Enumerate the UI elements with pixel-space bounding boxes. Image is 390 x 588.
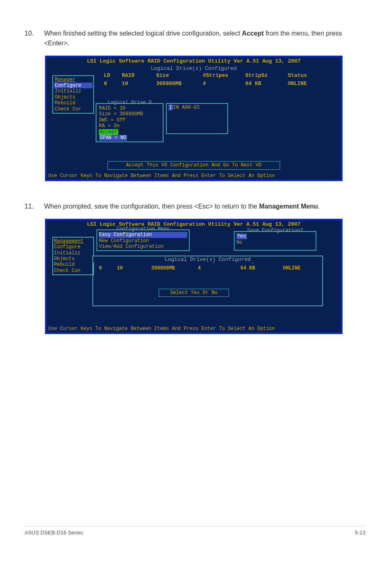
step-10: 10. When finished setting the selected l… xyxy=(25,29,365,48)
col-status-head: Status xyxy=(288,72,325,79)
menu2-rebuild[interactable]: Rebuild xyxy=(54,262,92,267)
footer-right: 5-13 xyxy=(355,530,365,536)
col-stripes-head: #Stripes xyxy=(203,72,244,79)
step-10-bold: Accept xyxy=(242,30,264,37)
col-ld-val: 0 xyxy=(104,81,120,87)
ld-dwc[interactable]: DWC = Off xyxy=(99,117,160,123)
step-11-num: 11. xyxy=(25,202,36,211)
terminal-2-frame: LSI Logic Software RAID Configuration Ut… xyxy=(45,219,343,334)
page-footer: ASUS DSEB-D16 Series 5-13 xyxy=(25,526,365,536)
col-raid-head: RAID xyxy=(122,72,155,79)
menu-configure[interactable]: Configure xyxy=(54,83,92,88)
terminal-1-footer: Use Cursor Keys To Navigate Between Item… xyxy=(47,172,341,180)
step-11-bold: Management Menu xyxy=(259,203,318,210)
step-11: 11. When prompted, save the configuratio… xyxy=(25,202,365,211)
ld-size[interactable]: Size = 308988MB xyxy=(99,111,160,117)
ld-accept[interactable]: Accept xyxy=(99,129,118,135)
terminal-2-subtitle: Logical Drive(s) Configured xyxy=(93,256,322,263)
ld-span[interactable]: SPAN = NO xyxy=(99,135,127,141)
save-title: Save Configuration? xyxy=(236,228,314,233)
ld-panel-title: Logical Drive 0 xyxy=(99,100,160,105)
step-11-text: When prompted, save the configuration, t… xyxy=(44,202,320,211)
menu2-objects[interactable]: Objects xyxy=(54,256,92,262)
terminal-2-footer: Use Cursor Keys To Navigate Between Item… xyxy=(47,325,341,332)
cfg-view[interactable]: View/Add Configuration xyxy=(99,244,187,249)
menu-rebuild[interactable]: Rebuild xyxy=(54,100,92,106)
col-size-head: Size xyxy=(156,72,201,79)
col-stripes-val: 4 xyxy=(203,81,244,87)
terminal-1-frame: LSI Logic Software RAID Configuration Ut… xyxy=(45,56,343,181)
menu-check-cor[interactable]: Check Cor xyxy=(54,106,92,112)
col-ld-head: LD xyxy=(104,72,120,79)
footer-left: ASUS DSEB-D16 Series xyxy=(25,530,83,536)
logical-drive-panel: Logical Drive 0 RAID = 10 Size = 308988M… xyxy=(96,103,164,143)
bottom-box-1: Accept This VD Configuration And Go To N… xyxy=(108,161,280,169)
cfg-new[interactable]: New Configuration xyxy=(99,238,187,244)
management-menu: Manager Configure Initializ Objects Rebu… xyxy=(52,75,94,114)
terminal-1-title: LSI Logic Software RAID Configuration Ut… xyxy=(47,57,341,65)
step-11-text-b: . xyxy=(318,203,320,210)
ld-raid[interactable]: RAID = 10 xyxy=(99,105,160,111)
menu-objects[interactable]: Objects xyxy=(54,94,92,100)
step-11-text-a: When prompted, save the configuration, t… xyxy=(44,203,259,210)
menu-initializ[interactable]: Initializ xyxy=(54,88,92,94)
col-raid-val: 10 xyxy=(122,81,155,87)
step-10-text-a: When finished setting the selected logic… xyxy=(44,30,242,37)
menu2-configure[interactable]: Configure xyxy=(54,244,92,250)
col-stripsz-head: StripSz xyxy=(245,72,286,79)
terminal-2: LSI Logic Software RAID Configuration Ut… xyxy=(47,220,341,332)
tooltip-prefix: I xyxy=(168,105,173,110)
terminal-1: LSI Logic Software RAID Configuration Ut… xyxy=(47,57,341,180)
menu2-initializ[interactable]: Initializ xyxy=(54,250,92,256)
configured-panel: Logical Drive(s) Configured xyxy=(92,256,323,306)
col-size-val: 308988MB xyxy=(156,81,201,87)
menu2-management[interactable]: Management xyxy=(54,238,92,244)
col-status-val: ONLINE xyxy=(288,81,325,87)
cfg-menu-title: Configuration Menu xyxy=(99,226,187,232)
save-configuration-dialog: Save Configuration? Yes No xyxy=(234,231,316,251)
management-menu-2: Management Configure Initializ Objects R… xyxy=(52,237,94,275)
save-yes[interactable]: Yes xyxy=(236,233,247,239)
save-no[interactable]: No xyxy=(236,240,314,245)
step-10-num: 10. xyxy=(25,29,36,48)
col-stripsz-val: 64 KB xyxy=(245,81,286,87)
terminal-1-subtitle: Logical Drive(s) Configured xyxy=(47,65,341,72)
cfg-easy[interactable]: Easy Configuration xyxy=(99,232,187,238)
step-10-text: When finished setting the selected logic… xyxy=(44,29,365,48)
tooltip-text: IN A00-03 xyxy=(173,105,199,110)
ld-ra[interactable]: RA = On xyxy=(99,123,160,129)
menu-manager[interactable]: Manager xyxy=(54,77,92,83)
tooltip-panel: IIN A00-03 xyxy=(166,103,228,134)
configuration-menu: Configuration Menu Easy Configuration Ne… xyxy=(96,229,190,251)
menu2-check-con[interactable]: Check Con xyxy=(54,268,92,274)
